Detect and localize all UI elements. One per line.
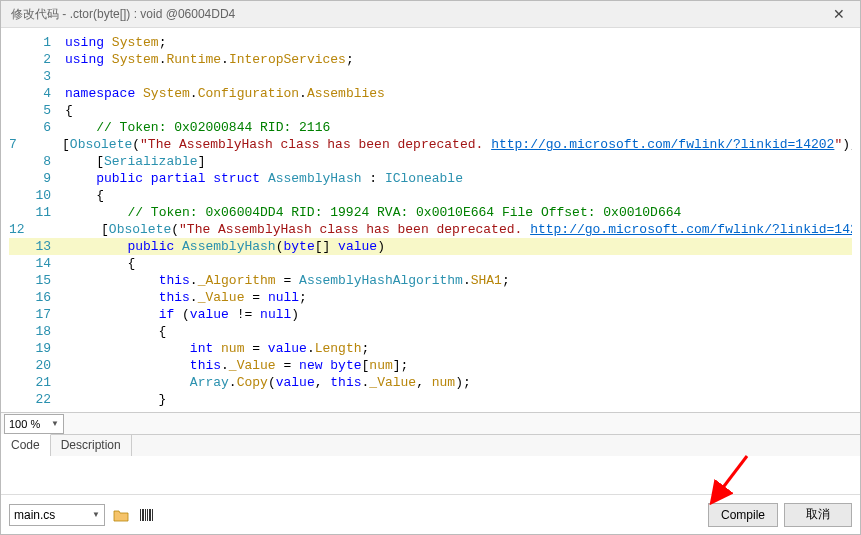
svg-rect-6 [152,509,153,521]
code-line[interactable]: 2using System.Runtime.InteropServices; [9,51,852,68]
line-number: 14 [9,255,65,272]
code-line[interactable]: 5{ [9,102,852,119]
window-title: 修改代码 - .ctor(byte[]) : void @06004DD4 [11,6,824,23]
zoom-row: 100 % ▼ [1,412,860,434]
line-content: { [65,255,852,272]
line-content: namespace System.Configuration.Assemblie… [65,85,852,102]
line-content: } [65,391,852,406]
code-line[interactable]: 3 [9,68,852,85]
tab-code[interactable]: Code [1,434,51,456]
svg-rect-4 [147,509,148,521]
line-number: 3 [9,68,65,85]
line-number: 13 [9,238,65,255]
code-line[interactable]: 6 // Token: 0x02000844 RID: 2116 [9,119,852,136]
code-line[interactable]: 7 [Obsolete("The AssemblyHash class has … [9,136,852,153]
line-number: 20 [9,357,65,374]
svg-rect-2 [142,509,144,521]
line-content: using System.Runtime.InteropServices; [65,51,852,68]
open-folder-icon[interactable] [111,505,131,525]
line-content: this._Value = null; [65,289,852,306]
chevron-down-icon: ▼ [92,510,100,519]
code-line[interactable]: 20 this._Value = new byte[num]; [9,357,852,374]
line-content: { [65,323,852,340]
line-number: 12 [9,221,39,238]
code-line[interactable]: 16 this._Value = null; [9,289,852,306]
code-line[interactable]: 13 public AssemblyHash(byte[] value) [9,238,852,255]
line-content: int num = value.Length; [65,340,852,357]
line-content: [Serializable] [65,153,852,170]
line-number: 1 [9,34,65,51]
line-number: 5 [9,102,65,119]
tab-description[interactable]: Description [51,435,132,456]
code-line[interactable]: 11 // Token: 0x06004DD4 RID: 19924 RVA: … [9,204,852,221]
code-line[interactable]: 19 int num = value.Length; [9,340,852,357]
zoom-value: 100 % [9,418,40,430]
line-number: 15 [9,272,65,289]
code-line[interactable]: 1using System; [9,34,852,51]
dialog-window: 修改代码 - .ctor(byte[]) : void @06004DD4 ✕ … [0,0,861,535]
line-content: this._Value = new byte[num]; [65,357,852,374]
line-number: 10 [9,187,65,204]
svg-rect-1 [140,509,141,521]
code-line[interactable]: 4namespace System.Configuration.Assembli… [9,85,852,102]
svg-rect-5 [149,509,151,521]
line-content: this._Algorithm = AssemblyHashAlgorithm.… [65,272,852,289]
line-content: if (value != null) [65,306,852,323]
close-icon[interactable]: ✕ [824,6,854,22]
compile-button[interactable]: Compile [708,503,778,527]
line-content: // Token: 0x02000844 RID: 2116 [65,119,852,136]
line-number: 16 [9,289,65,306]
line-content: [Obsolete("The AssemblyHash class has be… [39,221,852,238]
code-line[interactable]: 21 Array.Copy(value, this._Value, num); [9,374,852,391]
line-number: 21 [9,374,65,391]
code-line[interactable]: 17 if (value != null) [9,306,852,323]
svg-rect-3 [145,509,146,521]
cancel-button[interactable]: 取消 [784,503,852,527]
line-content: public partial struct AssemblyHash : ICl… [65,170,852,187]
line-content [65,68,852,85]
line-content: using System; [65,34,852,51]
code-line[interactable]: 18 { [9,323,852,340]
line-number: 9 [9,170,65,187]
file-combo[interactable]: main.cs ▼ [9,504,105,526]
code-line[interactable]: 8 [Serializable] [9,153,852,170]
line-number: 11 [9,204,65,221]
line-content: Array.Copy(value, this._Value, num); [65,374,852,391]
line-content: { [65,187,852,204]
line-content: { [65,102,852,119]
chevron-down-icon: ▼ [51,419,59,428]
line-number: 17 [9,306,65,323]
code-line[interactable]: 22 } [9,391,852,406]
line-number: 22 [9,391,65,406]
line-content: public AssemblyHash(byte[] value) [65,238,852,255]
code-line[interactable]: 12 [Obsolete("The AssemblyHash class has… [9,221,852,238]
barcode-icon[interactable] [137,505,157,525]
code-line[interactable]: 10 { [9,187,852,204]
line-number: 4 [9,85,65,102]
zoom-combo[interactable]: 100 % ▼ [4,414,64,434]
line-content: [Obsolete("The AssemblyHash class has be… [31,136,852,153]
line-content: // Token: 0x06004DD4 RID: 19924 RVA: 0x0… [65,204,852,221]
code-line[interactable]: 9 public partial struct AssemblyHash : I… [9,170,852,187]
svg-line-0 [715,456,747,498]
line-number: 18 [9,323,65,340]
code-line[interactable]: 15 this._Algorithm = AssemblyHashAlgorit… [9,272,852,289]
line-number: 7 [9,136,31,153]
title-bar: 修改代码 - .ctor(byte[]) : void @06004DD4 ✕ [1,1,860,28]
line-number: 8 [9,153,65,170]
line-number: 19 [9,340,65,357]
tabs-row: Code Description [1,434,860,456]
spacer-area [1,456,860,494]
bottom-bar: main.cs ▼ Compile 取消 [1,494,860,534]
editor-area: 1using System;2using System.Runtime.Inte… [1,28,860,412]
file-name: main.cs [14,508,55,522]
code-editor[interactable]: 1using System;2using System.Runtime.Inte… [9,34,852,406]
line-number: 6 [9,119,65,136]
line-number: 2 [9,51,65,68]
code-line[interactable]: 14 { [9,255,852,272]
